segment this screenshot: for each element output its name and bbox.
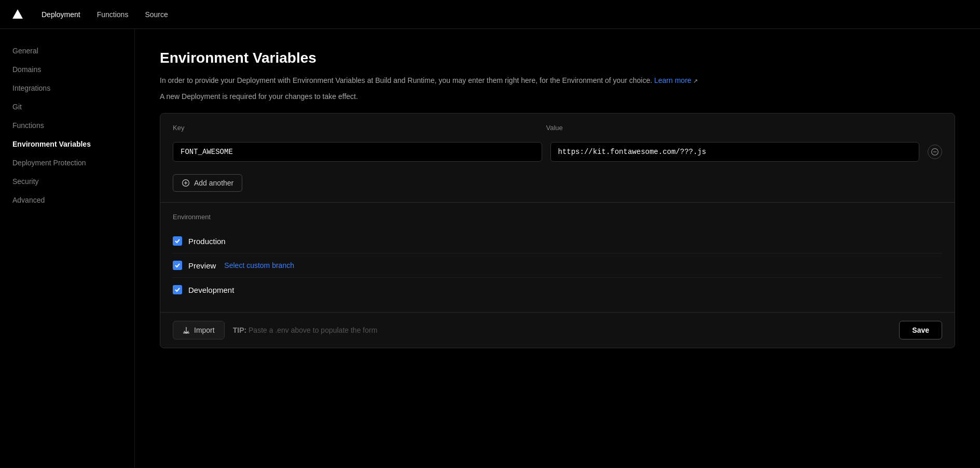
topnav-deployment[interactable]: Deployment [42,10,80,19]
tip-text-content: Paste a .env above to populate the form [249,326,377,334]
sidebar-item-deployment-protection[interactable]: Deployment Protection [0,153,134,172]
env-development-row: Development [173,278,942,302]
desc-text: In order to provide your Deployment with… [160,76,652,84]
layout: General Domains Integrations Git Functio… [0,29,980,468]
topnav: Deployment Functions Source [0,0,980,29]
sidebar-item-security[interactable]: Security [0,172,134,191]
sidebar-item-git[interactable]: Git [0,97,134,116]
remove-var-button[interactable] [928,145,942,159]
import-label: Import [194,326,215,334]
sidebar-item-domains[interactable]: Domains [0,60,134,79]
sidebar-item-general[interactable]: General [0,41,134,60]
learn-more-link[interactable]: Learn more [654,76,692,84]
sidebar-item-integrations[interactable]: Integrations [0,79,134,97]
environment-section: Environment Production Pr [160,203,955,313]
sidebar: General Domains Integrations Git Functio… [0,29,135,468]
import-button[interactable]: Import [173,321,225,339]
preview-checkbox[interactable] [173,261,182,270]
env-production-row: Production [173,229,942,253]
add-another-label: Add another [194,179,233,187]
sidebar-item-advanced[interactable]: Advanced [0,191,134,209]
env-key-input[interactable] [173,142,542,162]
preview-label: Preview [188,261,216,270]
save-button[interactable]: Save [899,321,942,339]
sidebar-item-functions[interactable]: Functions [0,116,134,135]
select-custom-branch-link[interactable]: Select custom branch [224,261,294,270]
env-vars-section: Key Value [160,113,955,348]
external-link-icon: ↗ [693,77,698,86]
value-column-label: Value [546,124,912,132]
vars-input-row [173,142,942,162]
svg-rect-7 [183,333,189,334]
tip-label: TIP: [233,326,246,334]
add-another-button[interactable]: Add another [173,174,242,192]
environment-section-label: Environment [173,213,942,221]
svg-marker-0 [12,9,23,19]
logo[interactable] [10,7,25,22]
main-content: Environment Variables In order to provid… [135,29,980,468]
sidebar-item-env-vars[interactable]: Environment Variables [0,135,134,153]
development-label: Development [188,286,234,294]
production-checkbox[interactable] [173,236,182,246]
deploy-notice: A new Deployment is required for your ch… [160,92,955,101]
development-checkbox[interactable] [173,285,182,294]
vars-column-headers: Key Value [173,124,942,132]
vars-input-area: Key Value [160,114,955,203]
env-preview-row: Preview Select custom branch [173,253,942,278]
page-title: Environment Variables [160,50,955,66]
topnav-source[interactable]: Source [145,10,168,19]
topnav-functions[interactable]: Functions [97,10,129,19]
key-column-label: Key [173,124,538,132]
production-label: Production [188,237,226,246]
page-description: In order to provide your Deployment with… [160,75,730,86]
tip-area: TIP: Paste a .env above to populate the … [233,326,378,334]
env-value-input[interactable] [550,142,920,162]
footer-bar: Import TIP: Paste a .env above to popula… [160,313,955,348]
